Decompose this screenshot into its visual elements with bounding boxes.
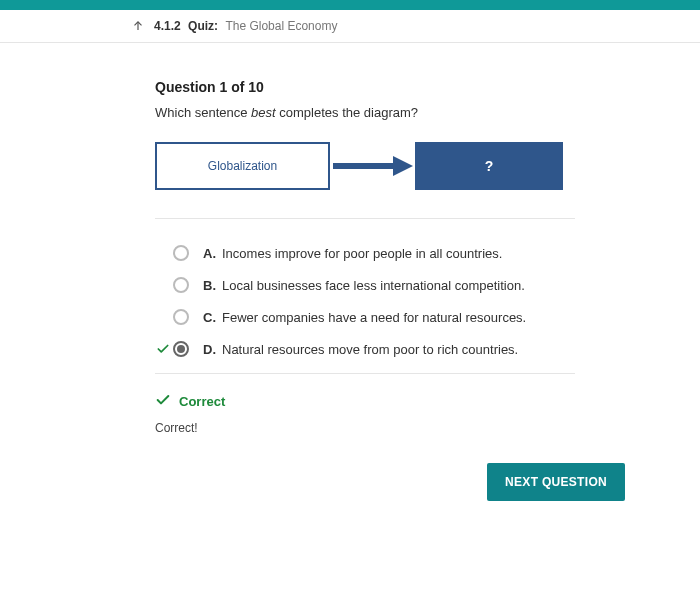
diagram-source-box: Globalization (155, 142, 330, 190)
check-icon (155, 342, 171, 356)
option-text: Fewer companies have a need for natural … (222, 310, 526, 325)
diagram-target-box: ? (415, 142, 563, 190)
option-letter: D. (203, 342, 216, 357)
feedback-heading-text: Correct (179, 394, 225, 409)
radio-button[interactable] (173, 245, 189, 261)
question-prompt: Which sentence best completes the diagra… (155, 105, 580, 120)
option-letter: B. (203, 278, 216, 293)
prompt-pre: Which sentence (155, 105, 251, 120)
option-row[interactable]: D.Natural resources move from poor to ri… (155, 333, 575, 365)
top-accent-bar (0, 0, 700, 10)
diagram: Globalization ? (155, 142, 580, 190)
option-row[interactable]: B.Local businesses face less internation… (155, 269, 575, 301)
question-number: Question 1 of 10 (155, 79, 580, 95)
arrow-right-icon (330, 156, 415, 176)
quiz-title: The Global Economy (225, 19, 337, 33)
option-row[interactable]: C.Fewer companies have a need for natura… (155, 301, 575, 333)
check-icon (155, 392, 171, 411)
svg-marker-1 (393, 156, 413, 176)
prompt-em: best (251, 105, 276, 120)
divider (155, 373, 575, 374)
prompt-post: completes the diagram? (276, 105, 418, 120)
option-text: Local businesses face less international… (222, 278, 525, 293)
radio-button[interactable] (173, 277, 189, 293)
option-letter: A. (203, 246, 216, 261)
divider (155, 218, 575, 219)
option-row[interactable]: A.Incomes improve for poor people in all… (155, 237, 575, 269)
quiz-label: Quiz: (188, 19, 218, 33)
radio-button[interactable] (173, 341, 189, 357)
next-question-button[interactable]: NEXT QUESTION (487, 463, 625, 501)
back-icon[interactable] (130, 18, 146, 34)
radio-button[interactable] (173, 309, 189, 325)
feedback-heading: Correct (155, 392, 580, 411)
quiz-code: 4.1.2 (154, 19, 181, 33)
question-content: Question 1 of 10 Which sentence best com… (0, 43, 580, 501)
answer-options: A.Incomes improve for poor people in all… (155, 237, 575, 365)
option-letter: C. (203, 310, 216, 325)
option-text: Natural resources move from poor to rich… (222, 342, 518, 357)
quiz-header: 4.1.2 Quiz: The Global Economy (0, 10, 700, 43)
feedback-message: Correct! (155, 421, 580, 435)
option-text: Incomes improve for poor people in all c… (222, 246, 502, 261)
